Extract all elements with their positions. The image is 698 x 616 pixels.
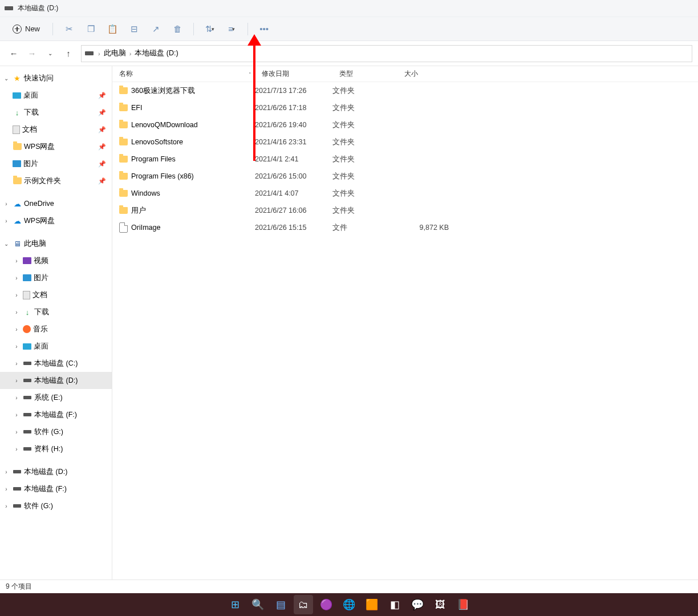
sidebar-item-drive[interactable]: › 本地磁盘 (D:): [0, 463, 112, 480]
chevron-down-icon[interactable]: ⌄: [2, 241, 10, 247]
paste-icon: 📋: [107, 24, 118, 34]
sidebar-item-drive[interactable]: › 视频: [0, 252, 112, 269]
sidebar-item-drive[interactable]: › 本地磁盘 (F:): [0, 480, 112, 497]
file-row[interactable]: Windows 2021/4/1 4:07 文件夹: [112, 185, 698, 202]
breadcrumb-root[interactable]: 此电脑: [104, 48, 126, 58]
cut-button[interactable]: ✂: [60, 20, 78, 38]
disk-icon: [85, 51, 94, 55]
sidebar-item-quick-access-child[interactable]: 文档 📌: [0, 121, 112, 138]
taskbar-app-chrome[interactable]: 🌐: [339, 595, 359, 614]
chevron-right-icon[interactable]: ›: [13, 309, 21, 315]
folder-icon: [119, 121, 128, 128]
taskbar-app-orange[interactable]: 🟧: [362, 595, 382, 614]
sidebar-item-drive[interactable]: › 本地磁盘 (F:): [0, 406, 112, 423]
chevron-right-icon[interactable]: ›: [2, 201, 10, 207]
copy-button[interactable]: ❐: [82, 20, 100, 38]
file-icon: [119, 222, 128, 233]
chevron-right-icon[interactable]: ›: [13, 258, 21, 264]
sidebar-item-drive[interactable]: › 软件 (G:): [0, 423, 112, 440]
chevron-down-icon[interactable]: ⌄: [2, 75, 10, 82]
chevron-right-icon[interactable]: ›: [13, 446, 21, 452]
folder-icon: [119, 190, 128, 197]
file-row[interactable]: OriImage 2021/6/26 15:15 文件 9,872 KB: [112, 219, 698, 236]
sidebar-item-drive[interactable]: › 软件 (G:): [0, 497, 112, 514]
sidebar-item-quick-access-child[interactable]: 示例文件夹 📌: [0, 172, 112, 189]
cut-icon: ✂: [66, 24, 73, 34]
sidebar-item-quick-access-child[interactable]: 图片 📌: [0, 155, 112, 172]
view-button[interactable]: ≡▾: [222, 20, 241, 38]
new-button[interactable]: New: [7, 20, 46, 38]
back-button[interactable]: ←: [8, 48, 19, 59]
sidebar-item-drive[interactable]: › 本地磁盘 (D:): [0, 372, 112, 389]
taskbar-app-explorer[interactable]: 🗂: [294, 595, 313, 614]
sidebar-item-quick-access-child[interactable]: WPS网盘 📌: [0, 138, 112, 155]
sidebar-item-drive[interactable]: › 图片: [0, 269, 112, 286]
taskbar-app-browser1[interactable]: 🟣: [316, 595, 336, 614]
column-header-type[interactable]: 类型: [332, 69, 397, 79]
sidebar-item-drive[interactable]: › 音乐: [0, 321, 112, 338]
chevron-right-icon[interactable]: ›: [13, 326, 21, 333]
chevron-right-icon[interactable]: ›: [2, 218, 10, 224]
taskbar-app-red[interactable]: 📕: [453, 595, 473, 614]
file-type: 文件夹: [332, 172, 397, 181]
file-row[interactable]: 360极速浏览器下载 2021/7/13 17:26 文件夹: [112, 82, 698, 99]
chevron-right-icon[interactable]: ›: [13, 360, 21, 367]
taskbar-app-wechat[interactable]: 💬: [408, 595, 427, 614]
chevron-right-icon[interactable]: ›: [13, 429, 21, 435]
chevron-right-icon[interactable]: ›: [2, 486, 10, 492]
chevron-right-icon[interactable]: ›: [13, 343, 21, 350]
sidebar-item-drive[interactable]: › 文档: [0, 286, 112, 303]
more-button[interactable]: •••: [255, 20, 273, 38]
file-row[interactable]: LenovoQMDownload 2021/6/26 19:40 文件夹: [112, 116, 698, 133]
chevron-right-icon[interactable]: ›: [2, 469, 10, 475]
delete-button[interactable]: 🗑: [168, 20, 186, 38]
sort-button[interactable]: ⇅▾: [201, 20, 219, 38]
sidebar-item-drive[interactable]: › 资料 (H:): [0, 440, 112, 457]
separator: [247, 23, 248, 35]
sidebar-item-cloud[interactable]: › ☁ WPS网盘: [0, 212, 112, 229]
share-button[interactable]: ↗: [147, 20, 165, 38]
sidebar-item-this-pc[interactable]: ⌄ 🖥 此电脑: [0, 235, 112, 252]
pin-icon: 📌: [98, 109, 106, 116]
column-header-date[interactable]: 修改日期: [255, 69, 332, 79]
file-row[interactable]: Program Files 2021/4/1 2:41 文件夹: [112, 151, 698, 168]
sidebar-item-drive[interactable]: › 系统 (E:): [0, 389, 112, 406]
breadcrumb-leaf[interactable]: 本地磁盘 (D:): [135, 48, 178, 58]
sidebar-item-drive[interactable]: › ↓ 下载: [0, 303, 112, 321]
chevron-right-icon: ›: [129, 50, 132, 57]
sidebar-item-drive[interactable]: › 本地磁盘 (C:): [0, 355, 112, 372]
task-view-button[interactable]: ▤: [271, 595, 290, 614]
forward-button[interactable]: →: [26, 48, 38, 59]
chevron-right-icon[interactable]: ›: [13, 412, 21, 418]
column-header-name[interactable]: 名称 ˄: [112, 69, 255, 79]
separator: [52, 23, 53, 35]
file-row[interactable]: Program Files (x86) 2021/6/26 15:00 文件夹: [112, 168, 698, 185]
taskbar-app-teal[interactable]: ◧: [385, 595, 404, 614]
sidebar-item-cloud[interactable]: › ☁ OneDrive: [0, 195, 112, 212]
sidebar-item-quick-access-child[interactable]: 桌面 📌: [0, 87, 112, 104]
more-icon: •••: [259, 24, 269, 34]
address-bar[interactable]: › 此电脑 › 本地磁盘 (D:): [81, 45, 692, 62]
sidebar-item-drive[interactable]: › 桌面: [0, 338, 112, 355]
recent-button[interactable]: ⌄: [44, 48, 56, 59]
sidebar-item-quick-access-child[interactable]: ↓ 下载 📌: [0, 104, 112, 121]
file-row[interactable]: EFI 2021/6/26 17:18 文件夹: [112, 99, 698, 116]
sidebar-item-quick-access[interactable]: ⌄ ★ 快速访问: [0, 70, 112, 87]
rename-icon: ⊟: [131, 24, 138, 34]
file-date: 2021/4/16 23:31: [255, 138, 332, 146]
start-button[interactable]: ⊞: [225, 595, 245, 614]
chevron-right-icon[interactable]: ›: [13, 378, 21, 384]
up-button[interactable]: ↑: [63, 48, 74, 59]
search-button[interactable]: 🔍: [248, 595, 267, 614]
chevron-right-icon[interactable]: ›: [13, 395, 21, 401]
paste-button[interactable]: 📋: [103, 20, 121, 38]
column-header-size[interactable]: 大小: [397, 69, 466, 79]
file-row[interactable]: LenovoSoftstore 2021/4/16 23:31 文件夹: [112, 133, 698, 151]
file-row[interactable]: 用户 2021/6/27 16:06 文件夹: [112, 202, 698, 219]
taskbar-app-photos[interactable]: 🖼: [431, 595, 450, 614]
chevron-right-icon[interactable]: ›: [13, 275, 21, 281]
file-date: 2021/6/26 17:18: [255, 104, 332, 112]
rename-button[interactable]: ⊟: [125, 20, 143, 38]
chevron-right-icon[interactable]: ›: [13, 292, 21, 298]
chevron-right-icon[interactable]: ›: [2, 503, 10, 509]
